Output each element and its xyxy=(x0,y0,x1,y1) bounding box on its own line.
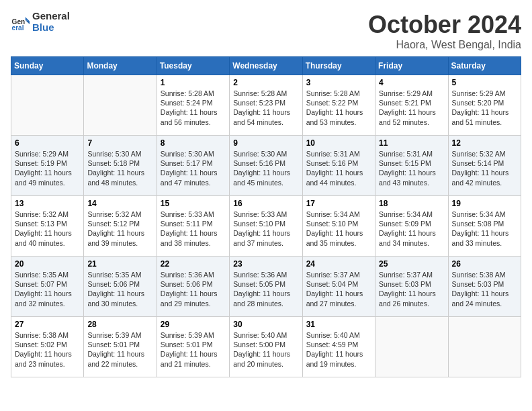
calendar-day: 5Sunrise: 5:29 AM Sunset: 5:20 PM Daylig… xyxy=(448,75,521,136)
day-number: 24 xyxy=(306,259,371,269)
day-number: 5 xyxy=(452,78,517,87)
calendar-day: 26Sunrise: 5:38 AM Sunset: 5:03 PM Dayli… xyxy=(448,257,521,317)
calendar-empty xyxy=(448,317,521,377)
day-number: 23 xyxy=(233,259,298,269)
logo-text: General Blue xyxy=(32,11,70,33)
day-number: 7 xyxy=(87,138,152,148)
header-day: Friday xyxy=(375,57,448,75)
calendar-body: 1Sunrise: 5:28 AM Sunset: 5:24 PM Daylig… xyxy=(11,75,521,377)
calendar-day: 19Sunrise: 5:34 AM Sunset: 5:08 PM Dayli… xyxy=(448,196,521,257)
calendar-day: 21Sunrise: 5:35 AM Sunset: 5:06 PM Dayli… xyxy=(84,257,157,317)
day-number: 15 xyxy=(161,199,226,208)
calendar-day: 8Sunrise: 5:30 AM Sunset: 5:17 PM Daylig… xyxy=(157,136,229,196)
day-info: Sunrise: 5:31 AM Sunset: 5:15 PM Dayligh… xyxy=(379,149,444,187)
header-day: Wednesday xyxy=(230,57,302,75)
day-info: Sunrise: 5:29 AM Sunset: 5:20 PM Dayligh… xyxy=(452,89,517,127)
day-info: Sunrise: 5:39 AM Sunset: 5:01 PM Dayligh… xyxy=(161,330,226,369)
day-info: Sunrise: 5:32 AM Sunset: 5:14 PM Dayligh… xyxy=(452,149,517,187)
day-number: 19 xyxy=(452,199,517,208)
location: Haora, West Bengal, India xyxy=(368,39,521,51)
calendar-day: 27Sunrise: 5:38 AM Sunset: 5:02 PM Dayli… xyxy=(11,317,84,377)
calendar-day: 18Sunrise: 5:34 AM Sunset: 5:09 PM Dayli… xyxy=(375,196,448,257)
day-info: Sunrise: 5:38 AM Sunset: 5:03 PM Dayligh… xyxy=(452,270,517,308)
day-info: Sunrise: 5:31 AM Sunset: 5:16 PM Dayligh… xyxy=(306,149,371,187)
day-info: Sunrise: 5:36 AM Sunset: 5:05 PM Dayligh… xyxy=(233,270,298,308)
logo: Gen eral General Blue xyxy=(11,11,70,33)
day-number: 18 xyxy=(379,199,444,208)
calendar-week-row: 20Sunrise: 5:35 AM Sunset: 5:07 PM Dayli… xyxy=(11,257,521,317)
calendar-day: 13Sunrise: 5:32 AM Sunset: 5:13 PM Dayli… xyxy=(11,196,84,257)
calendar-week-row: 27Sunrise: 5:38 AM Sunset: 5:02 PM Dayli… xyxy=(11,317,521,377)
day-number: 2 xyxy=(233,78,298,87)
calendar-day: 22Sunrise: 5:36 AM Sunset: 5:06 PM Dayli… xyxy=(157,257,229,317)
day-info: Sunrise: 5:30 AM Sunset: 5:17 PM Dayligh… xyxy=(161,149,226,187)
day-info: Sunrise: 5:29 AM Sunset: 5:21 PM Dayligh… xyxy=(379,89,444,127)
day-info: Sunrise: 5:40 AM Sunset: 5:00 PM Dayligh… xyxy=(233,330,298,369)
month-title: October 2024 xyxy=(368,11,521,39)
calendar-table: SundayMondayTuesdayWednesdayThursdayFrid… xyxy=(11,56,521,377)
day-number: 30 xyxy=(233,320,298,329)
calendar-day: 11Sunrise: 5:31 AM Sunset: 5:15 PM Dayli… xyxy=(375,136,448,196)
day-number: 11 xyxy=(379,138,444,148)
logo-icon: Gen eral xyxy=(11,13,30,32)
calendar-day: 17Sunrise: 5:34 AM Sunset: 5:10 PM Dayli… xyxy=(302,196,375,257)
day-info: Sunrise: 5:39 AM Sunset: 5:01 PM Dayligh… xyxy=(87,330,152,369)
day-number: 14 xyxy=(87,199,152,208)
header-day: Monday xyxy=(84,57,157,75)
day-info: Sunrise: 5:34 AM Sunset: 5:08 PM Dayligh… xyxy=(452,210,517,248)
day-info: Sunrise: 5:35 AM Sunset: 5:06 PM Dayligh… xyxy=(87,270,152,308)
header-day: Saturday xyxy=(448,57,521,75)
day-number: 1 xyxy=(161,78,226,87)
day-number: 3 xyxy=(306,78,371,87)
day-number: 20 xyxy=(15,259,80,269)
day-info: Sunrise: 5:28 AM Sunset: 5:23 PM Dayligh… xyxy=(233,89,298,127)
calendar-day: 20Sunrise: 5:35 AM Sunset: 5:07 PM Dayli… xyxy=(11,257,84,317)
calendar-day: 25Sunrise: 5:37 AM Sunset: 5:03 PM Dayli… xyxy=(375,257,448,317)
day-number: 31 xyxy=(306,320,371,329)
day-number: 29 xyxy=(161,320,226,329)
day-info: Sunrise: 5:34 AM Sunset: 5:09 PM Dayligh… xyxy=(379,210,444,248)
day-number: 28 xyxy=(87,320,152,329)
calendar-day: 23Sunrise: 5:36 AM Sunset: 5:05 PM Dayli… xyxy=(230,257,302,317)
day-info: Sunrise: 5:37 AM Sunset: 5:04 PM Dayligh… xyxy=(306,270,371,308)
day-number: 10 xyxy=(306,138,371,148)
day-number: 25 xyxy=(379,259,444,269)
calendar-week-row: 13Sunrise: 5:32 AM Sunset: 5:13 PM Dayli… xyxy=(11,196,521,257)
day-info: Sunrise: 5:28 AM Sunset: 5:22 PM Dayligh… xyxy=(306,89,371,127)
day-number: 17 xyxy=(306,199,371,208)
calendar-day: 4Sunrise: 5:29 AM Sunset: 5:21 PM Daylig… xyxy=(375,75,448,136)
calendar-empty xyxy=(375,317,448,377)
calendar-day: 14Sunrise: 5:32 AM Sunset: 5:12 PM Dayli… xyxy=(84,196,157,257)
header-day: Thursday xyxy=(302,57,375,75)
day-info: Sunrise: 5:34 AM Sunset: 5:10 PM Dayligh… xyxy=(306,210,371,248)
day-number: 8 xyxy=(161,138,226,148)
day-info: Sunrise: 5:30 AM Sunset: 5:16 PM Dayligh… xyxy=(233,149,298,187)
calendar-empty xyxy=(11,75,84,136)
calendar-day: 28Sunrise: 5:39 AM Sunset: 5:01 PM Dayli… xyxy=(84,317,157,377)
day-info: Sunrise: 5:32 AM Sunset: 5:12 PM Dayligh… xyxy=(87,210,152,248)
day-number: 12 xyxy=(452,138,517,148)
logo-line1: General xyxy=(32,11,70,22)
day-info: Sunrise: 5:35 AM Sunset: 5:07 PM Dayligh… xyxy=(15,270,80,308)
title-block: October 2024 Haora, West Bengal, India xyxy=(368,11,521,51)
day-info: Sunrise: 5:32 AM Sunset: 5:13 PM Dayligh… xyxy=(15,210,80,248)
day-number: 6 xyxy=(15,138,80,148)
header-day: Tuesday xyxy=(157,57,229,75)
day-number: 27 xyxy=(15,320,80,329)
day-info: Sunrise: 5:37 AM Sunset: 5:03 PM Dayligh… xyxy=(379,270,444,308)
calendar-day: 9Sunrise: 5:30 AM Sunset: 5:16 PM Daylig… xyxy=(230,136,302,196)
day-info: Sunrise: 5:40 AM Sunset: 4:59 PM Dayligh… xyxy=(306,330,371,369)
header-day: Sunday xyxy=(11,57,84,75)
svg-text:eral: eral xyxy=(12,24,24,32)
page-header: Gen eral General Blue October 2024 Haora… xyxy=(11,11,521,51)
day-number: 26 xyxy=(452,259,517,269)
calendar-day: 10Sunrise: 5:31 AM Sunset: 5:16 PM Dayli… xyxy=(302,136,375,196)
day-info: Sunrise: 5:38 AM Sunset: 5:02 PM Dayligh… xyxy=(15,330,80,369)
calendar-day: 16Sunrise: 5:33 AM Sunset: 5:10 PM Dayli… xyxy=(230,196,302,257)
calendar-day: 3Sunrise: 5:28 AM Sunset: 5:22 PM Daylig… xyxy=(302,75,375,136)
calendar-header: SundayMondayTuesdayWednesdayThursdayFrid… xyxy=(11,57,521,75)
calendar-day: 31Sunrise: 5:40 AM Sunset: 4:59 PM Dayli… xyxy=(302,317,375,377)
calendar-week-row: 1Sunrise: 5:28 AM Sunset: 5:24 PM Daylig… xyxy=(11,75,521,136)
day-number: 13 xyxy=(15,199,80,208)
header-row: SundayMondayTuesdayWednesdayThursdayFrid… xyxy=(11,57,521,75)
